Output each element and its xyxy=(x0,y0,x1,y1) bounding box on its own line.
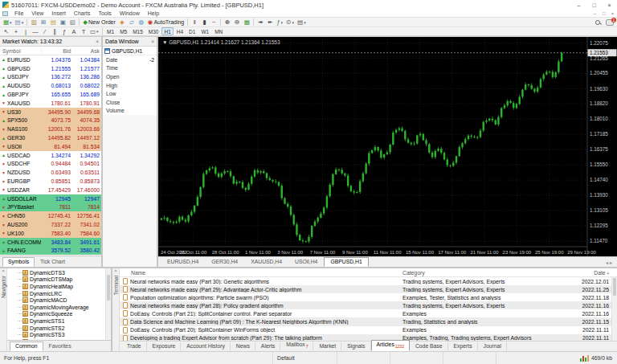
market-watch-close-icon[interactable]: × xyxy=(96,39,99,44)
articles-scrollbar[interactable] xyxy=(611,277,617,341)
articles-column-headers[interactable]: Name Category Date ▾ xyxy=(120,268,617,277)
navigator-close-icon[interactable]: × xyxy=(2,268,5,274)
navigator-item[interactable]: ƒDynamicLRC xyxy=(7,290,111,297)
article-row[interactable]: DoEasy. Controls (Part 21): SplitContain… xyxy=(120,309,617,317)
market-watch-row[interactable]: ▲SPX5004073.754074.35 xyxy=(0,117,101,125)
tab-favorites[interactable]: Favorites xyxy=(43,342,77,351)
channel-tool-button[interactable]: ∥ xyxy=(50,27,59,36)
market-watch-row[interactable]: ▼CHN5012745.4112756.41 xyxy=(0,211,101,220)
tab-trade[interactable]: Trade xyxy=(121,342,147,351)
tab-news[interactable]: News xyxy=(231,342,255,351)
navigator-toggle-button[interactable]: ▤ xyxy=(48,18,58,27)
timeframe-m15-button[interactable]: M15 xyxy=(130,27,146,35)
templates-button[interactable]: ▤▾ xyxy=(296,18,308,27)
market-watch-row[interactable]: ▼UK1007583.407584.60 xyxy=(0,229,101,238)
tab-exposure[interactable]: Exposure xyxy=(147,342,182,351)
market-watch-row[interactable]: ▼NAS10012001.7612003.66 xyxy=(0,125,101,133)
timeframe-m30-button[interactable]: M30 xyxy=(145,27,161,35)
menu-file[interactable]: File xyxy=(10,10,27,16)
autotrading-button[interactable]: ◉AutoTrading xyxy=(146,18,186,27)
new-order-button[interactable]: ◆New Order xyxy=(81,18,117,27)
tab-market[interactable]: Market xyxy=(313,342,341,351)
timeframe-w1-button[interactable]: W1 xyxy=(198,27,212,35)
timeframe-d1-button[interactable]: D1 xyxy=(186,27,198,35)
market-watch-row[interactable]: ▼AUS2007337.227341.02 xyxy=(0,220,101,229)
person-icon-button[interactable]: ▱ xyxy=(127,18,137,27)
data-window-close-icon[interactable]: × xyxy=(151,39,154,44)
tab-mailbox[interactable]: Mailbox7 xyxy=(280,340,313,351)
terminal-close-icon[interactable]: × xyxy=(114,268,117,274)
market-watch-row[interactable]: ▼NZDUSD0.634930.63511 xyxy=(0,168,101,177)
globe-icon-button[interactable]: ◍ xyxy=(137,18,146,27)
child-minimize-button[interactable]: – xyxy=(590,11,599,16)
article-row[interactable]: Data Science and Machine Learning (Part … xyxy=(120,317,617,325)
zoom-in-button[interactable]: ⊕ xyxy=(223,18,232,27)
indicators-button[interactable]: ƒ▾ xyxy=(275,18,284,27)
timeframe-h4-button[interactable]: H4 xyxy=(174,27,186,35)
menu-view[interactable]: View xyxy=(27,10,47,16)
market-watch-row[interactable]: ▲GER3014495.8214497.12 xyxy=(0,133,101,142)
profiles-button[interactable]: ▤▾ xyxy=(14,18,26,27)
market-watch-row[interactable]: ▼US3034495.9034499.68 xyxy=(0,108,101,117)
navigator-item[interactable]: ƒDynamicSTS3 xyxy=(7,331,111,338)
navigator-item[interactable]: ƒDynamicSTS2 xyxy=(7,325,111,332)
chart-tab-gbpusd-h1[interactable]: GBPUSD,H1 xyxy=(324,257,368,267)
market-watch-row[interactable]: ▲EURUSD1.043761.04384 xyxy=(0,55,101,64)
data-window-toggle-button[interactable]: ⊞ xyxy=(39,18,48,27)
navigator-item[interactable]: ƒDynamicSqueeze xyxy=(7,311,111,318)
zoom-out-button[interactable]: ⊖ xyxy=(232,18,242,27)
market-watch-row[interactable]: ▼USOil81.49481.534 xyxy=(0,142,101,151)
shapes-dropdown-button[interactable]: ▭▾ xyxy=(88,27,100,36)
periods-button[interactable]: ⊙▾ xyxy=(284,18,296,27)
vertical-line-tool-button[interactable]: | xyxy=(21,27,31,36)
text-tool-button[interactable]: A xyxy=(69,27,79,36)
chart-tab-eurusd-h4[interactable]: EURUSD,H4 xyxy=(161,257,205,267)
tab-code-base[interactable]: Code Base xyxy=(410,342,448,351)
flame-icon-button[interactable]: ◈ xyxy=(117,18,127,27)
navigator-scrollbar[interactable] xyxy=(105,268,111,340)
market-watch-row[interactable]: ▲USDOLLAR1294512947 xyxy=(0,194,101,203)
trendline-tool-button[interactable]: ∕ xyxy=(40,27,50,36)
market-watch-row[interactable]: ▲CHN.ECOMM3483.843491.61 xyxy=(0,238,101,247)
timeframe-m1-button[interactable]: M1 xyxy=(104,27,117,35)
market-watch-toggle-button[interactable]: ▥ xyxy=(29,18,39,27)
tab-journal[interactable]: Journal xyxy=(478,342,507,351)
article-row[interactable]: Population optimization algorithms: Part… xyxy=(120,293,617,301)
chat-icon[interactable]: 1 xyxy=(606,19,614,26)
tab-common[interactable]: Common xyxy=(10,342,43,351)
cursor-tool-button[interactable]: ↖ xyxy=(2,27,11,36)
tab-articles[interactable]: Articles1232 xyxy=(371,340,410,351)
navigator-item[interactable]: ƒDynamicDTSMap xyxy=(7,276,111,284)
market-watch-row[interactable]: ▼USDZAR17.4542917.46000 xyxy=(0,186,101,194)
navigator-item[interactable]: ƒDynamicMovingAverage xyxy=(7,304,111,311)
article-row[interactable]: Neural networks made easy (Part 29): Adv… xyxy=(120,285,617,293)
menu-insert[interactable]: Insert xyxy=(47,10,70,16)
market-watch-row[interactable]: ▲AUDUSD0.680130.68022 xyxy=(0,81,101,90)
crosshair-tool-button[interactable]: + xyxy=(11,27,21,36)
navigator-item[interactable]: ƒDynamicSTS1 xyxy=(7,317,111,325)
tab-signals[interactable]: Signals xyxy=(341,342,370,351)
tab-experts[interactable]: Experts xyxy=(448,342,478,351)
minimize-button[interactable]: – xyxy=(571,0,586,10)
article-row[interactable]: Neural networks made easy (Part 30): Gen… xyxy=(120,277,617,285)
tab-alerts[interactable]: Alerts xyxy=(255,342,280,351)
market-watch-row[interactable]: ▼EURGBP0.858510.85873 xyxy=(0,177,101,186)
tile-windows-button[interactable]: ▦ xyxy=(242,18,251,27)
menu-tools[interactable]: Tools xyxy=(94,10,115,16)
article-row[interactable]: DoEasy. Controls (Part 20): SplitContain… xyxy=(120,326,617,334)
market-watch-row[interactable]: ▼XAUUSD1780.611780.91 xyxy=(0,99,101,108)
tab-tick-chart[interactable]: Tick Chart xyxy=(35,257,71,267)
line-chart-button[interactable]: ~ xyxy=(209,18,219,27)
profile-selector[interactable]: Default xyxy=(273,352,337,364)
market-watch-row[interactable]: ▲USDJPY136.272136.286 xyxy=(0,73,101,82)
navigator-item[interactable]: ƒDynamicHeatMap xyxy=(7,283,111,290)
menu-charts[interactable]: Charts xyxy=(70,10,95,16)
market-watch-row[interactable]: ▼USDCHF0.944840.94501 xyxy=(0,160,101,169)
market-watch-row[interactable]: ▲GBPUSD1.215551.21577 xyxy=(0,64,101,73)
market-watch-row[interactable]: ▼JPYBasket78117814 xyxy=(0,203,101,212)
close-button[interactable]: × xyxy=(602,0,617,10)
timeframe-m5-button[interactable]: M5 xyxy=(117,27,130,35)
chart-shift-button[interactable]: ↞ xyxy=(265,18,275,27)
child-restore-button[interactable]: □ xyxy=(599,11,608,16)
price-chart[interactable]: 1.220751.212651.204551.196301.188201.180… xyxy=(158,37,617,256)
